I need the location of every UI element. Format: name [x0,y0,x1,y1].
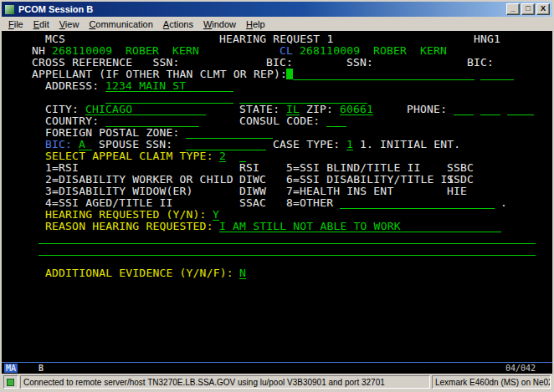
terminal-row [2,244,552,256]
menu-window[interactable]: Window [198,18,241,30]
zip-field[interactable]: 60661 [340,104,373,115]
phone-line-field[interactable] [507,104,534,115]
cl-label: CL [280,45,293,56]
terminal-row: SELECT APPEAL CLAIM TYPE:2 [2,150,552,162]
claim-type-option-8: 8=OTHER [286,197,333,208]
case-type-field[interactable]: 1 [346,139,353,150]
appeal-claim-type-field[interactable]: 2 [219,150,226,162]
terminal-row: REASON HEARING REQUESTED:I AM STILL NOT … [2,221,552,232]
terminal-row: BIC:A SPOUSE SSN: CASE TYPE:11. INITIAL … [2,139,552,150]
reason-hearing-requested-label: REASON HEARING REQUESTED: [45,221,213,232]
state-label: STATE: [239,104,280,115]
screen-title: HEARING REQUEST 1 [219,33,333,44]
city-label: CITY: [45,104,79,115]
menu-view[interactable]: View [54,18,85,30]
close-button[interactable]: X [536,3,550,15]
spouse-ssn-field[interactable] [186,139,266,150]
appellant-field[interactable] [293,69,474,80]
claim-type-option-1: 1=RSI [45,162,79,173]
window-controls: _ □ X [506,3,550,15]
terminal-row: 3=DISABILITY WIDOW(ER)DIWW7=HEALTH INS E… [2,186,552,197]
additional-evidence-label: ADDITIONAL EVIDENCE (Y/N/F): [45,267,233,278]
status-bar: Connected to remote server/host TN3270E.… [2,374,552,391]
terminal-row: CROSS REFERENCE SSN:BIC:SSN:BIC: [2,57,552,69]
address-line3-field[interactable] [239,92,367,104]
cl-first-name: ROBER [373,45,407,56]
phone-prefix-field[interactable] [480,104,500,115]
terminal-row [2,232,552,244]
terminal-row: MCSHEARING REQUEST 1HNG1 [2,33,552,45]
zip-label: ZIP: [306,104,333,115]
printer-status-text: Lexmark E460dn (MS) on Ne02: [432,375,551,389]
xref-ssn2-label: SSN: [346,57,373,68]
menu-help[interactable]: Help [241,18,270,30]
additional-evidence-field[interactable]: N [239,267,246,279]
reason-line1-field[interactable]: I AM STILL NOT ABLE TO WORK [219,221,501,232]
address-line2-field[interactable] [105,92,233,104]
minimize-button[interactable]: _ [506,3,520,15]
claim-type-code-1: RSI [239,162,259,173]
select-appeal-claim-type-label: SELECT APPEAL CLAIM TYPE: [45,150,213,161]
hearing-requested-field[interactable]: Y [213,209,219,221]
terminal-row: 2=DISABILITY WORKER OR CHILDDIWC6=SSI DI… [2,174,552,186]
connection-status-icon [7,379,14,386]
menu-bar: File Edit View Communication Actions Win… [2,17,552,31]
app-icon [4,4,15,15]
title-bar: PCOM Session B _ □ X [2,2,552,17]
claim-type-option-6: 6=SSI DISABILITY/TITLE II [286,174,454,185]
claim-type-code-4: SSAC [239,197,266,208]
terminal-screen[interactable]: MCSHEARING REQUEST 1HNG1NH268110009ROBER… [2,31,552,362]
terminal-row: HEARING REQUESTED (Y/N):Y [2,209,552,221]
terminal-row: COUNTRY: CONSUL CODE: [2,115,552,127]
consul-code-field[interactable] [326,115,346,127]
menu-actions[interactable]: Actions [158,18,198,30]
appeal-claim-type-field-2[interactable] [239,150,246,162]
window-title: PCOM Session B [18,4,506,14]
appellant-suffix-field[interactable] [480,69,514,80]
menu-communication[interactable]: Communication [84,18,157,30]
appellant-label: APPELLANT (IF OTHER THAN CLMT OR REP): [32,69,287,79]
menu-file[interactable]: File [3,18,28,30]
text-cursor[interactable] [286,69,293,79]
menu-edit[interactable]: Edit [28,18,54,30]
terminal-row: ADDITIONAL EVIDENCE (Y/N/F):N [2,267,552,279]
claim-type-code-5: SSBC [447,162,474,173]
claim-type-code-3: DIWW [239,186,266,196]
city-field[interactable]: CHICAGO [85,104,206,115]
consul-code-label: CONSUL CODE: [239,115,320,126]
terminal-row: NH268110009ROBERKERNCL268110009ROBERKERN [2,45,552,57]
screen-code-label: HNG1 [474,33,500,44]
reason-line3-field[interactable] [38,244,536,256]
country-field[interactable] [105,115,199,127]
foreign-postal-zone-label: FOREIGN POSTAL ZONE: [45,127,180,138]
screen-id-label: MCS [45,33,65,44]
claim-type-code-2: DIWC [239,174,266,185]
nh-last-name: KERN [172,45,199,56]
foreign-postal-zone-field[interactable] [186,127,273,139]
cl-last-name: KERN [420,45,447,56]
cursor-position-indicator: 04/042 [505,364,536,373]
connection-status-text: Connected to remote server/host TN3270E.… [20,375,430,389]
terminal-row [2,92,552,104]
terminal-row: FOREIGN POSTAL ZONE: [2,127,552,139]
oia-status-row: MA B 04/042 [2,362,552,374]
case-type-description: 1. INITIAL ENT. [360,139,460,150]
other-claim-type-field[interactable] [340,197,495,209]
claim-type-code-7: HIE [447,186,467,196]
xref-bic-label: BIC: [266,57,293,68]
phone-area-field[interactable] [454,104,474,115]
other-claim-type-period: . [500,197,507,208]
address-label: ADDRESS: [45,80,99,91]
cl-ssn-value: 268110009 [300,45,360,56]
pcom-window: PCOM Session B _ □ X File Edit View Comm… [0,0,554,392]
address-line1-field[interactable]: 1234 MAIN ST [105,80,233,92]
claim-type-option-2: 2=DISABILITY WORKER OR CHILD [45,174,233,185]
maximize-button[interactable]: □ [521,3,535,15]
spouse-ssn-label: SPOUSE SSN: [99,139,172,150]
state-field[interactable]: IL [286,104,300,115]
case-type-label: CASE TYPE: [273,139,340,150]
xref-bic2-label: BIC: [467,57,494,68]
bic-field[interactable]: A [79,139,92,150]
nh-first-name: ROBER [126,45,159,56]
reason-line2-field[interactable] [38,232,536,244]
